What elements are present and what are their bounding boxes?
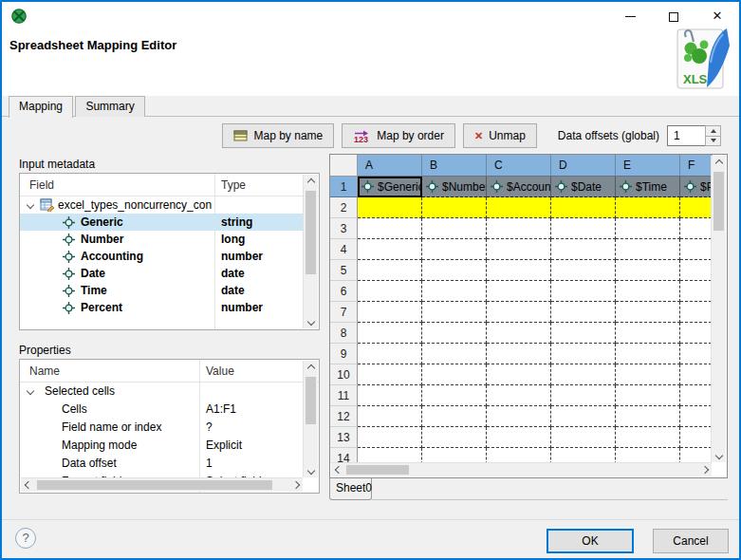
scroll-up-button[interactable] xyxy=(304,175,318,189)
grid-cell[interactable] xyxy=(680,197,713,218)
property-row-field-name-or-index[interactable]: Field name or index ? xyxy=(20,419,303,437)
grid-cell[interactable] xyxy=(680,406,713,427)
props-table-hscrollbar[interactable] xyxy=(21,477,303,492)
grid-cell[interactable] xyxy=(680,302,713,323)
help-button[interactable]: ? xyxy=(15,528,36,549)
grid-row-header[interactable]: 6 xyxy=(330,281,358,302)
grid-cell[interactable] xyxy=(551,364,616,385)
grid-cell[interactable] xyxy=(551,323,616,344)
scroll-down-button[interactable] xyxy=(304,314,318,328)
scroll-right-button[interactable] xyxy=(697,463,712,476)
field-row-accounting[interactable]: Accounting number xyxy=(20,248,303,265)
grid-cell[interactable] xyxy=(616,364,680,385)
grid-vscrollbar[interactable] xyxy=(711,156,726,462)
mapped-cell-b1[interactable]: $Number xyxy=(422,177,487,197)
mapped-cell-c1[interactable]: $Accounting xyxy=(487,177,551,197)
sheet-tab-sheet0[interactable]: Sheet0 xyxy=(329,478,372,500)
grid-cell[interactable] xyxy=(422,218,487,239)
grid-cell[interactable] xyxy=(487,385,551,406)
grid-cell[interactable] xyxy=(422,281,487,302)
grid-cell[interactable] xyxy=(551,406,616,427)
metadata-record-row[interactable]: excel_types_noncurrency_con xyxy=(20,196,303,214)
field-row-percent[interactable]: Percent number xyxy=(20,299,303,316)
grid-row-header[interactable]: 7 xyxy=(330,302,358,323)
minimize-button[interactable] xyxy=(618,6,642,27)
grid-cell[interactable] xyxy=(680,344,713,364)
grid-cell[interactable] xyxy=(680,239,713,260)
grid-row-header[interactable]: 11 xyxy=(330,385,358,406)
grid-cell[interactable] xyxy=(422,260,487,281)
chevron-down-icon[interactable] xyxy=(27,201,34,209)
column-header-a[interactable]: A xyxy=(358,155,422,177)
grid-cell[interactable] xyxy=(487,260,551,281)
grid-cell[interactable] xyxy=(487,302,551,323)
column-header-e[interactable]: E xyxy=(616,155,680,177)
grid-row-header[interactable]: 2 xyxy=(330,197,358,218)
grid-cell[interactable] xyxy=(616,385,680,406)
scroll-up-button[interactable] xyxy=(304,361,318,375)
grid-cell[interactable] xyxy=(487,427,551,448)
selected-cells-group-row[interactable]: Selected cells xyxy=(20,383,303,401)
scroll-up-button[interactable] xyxy=(712,156,726,170)
grid-cell[interactable] xyxy=(358,427,422,448)
scroll-left-button[interactable] xyxy=(21,478,35,492)
column-header-d[interactable]: D xyxy=(551,155,616,177)
scroll-left-button[interactable] xyxy=(331,463,345,476)
column-header-b[interactable]: B xyxy=(422,155,487,177)
grid-cell[interactable] xyxy=(487,364,551,385)
grid-row-header[interactable]: 10 xyxy=(330,364,358,385)
field-row-date[interactable]: Date date xyxy=(20,265,303,282)
property-row-mapping-mode[interactable]: Mapping mode Explicit xyxy=(20,437,303,455)
spinner-up-button[interactable] xyxy=(706,126,720,137)
grid-row-header[interactable]: 5 xyxy=(330,260,358,281)
grid-cell[interactable] xyxy=(551,385,616,406)
grid-cell[interactable] xyxy=(422,427,487,448)
props-table-vscrollbar[interactable] xyxy=(303,361,318,477)
field-table-vscrollbar[interactable] xyxy=(303,175,318,328)
grid-cell[interactable] xyxy=(551,427,616,448)
grid-cell[interactable] xyxy=(680,260,713,281)
grid-cell[interactable] xyxy=(616,406,680,427)
column-header-f[interactable]: F xyxy=(680,155,713,177)
grid-cell[interactable] xyxy=(422,323,487,344)
scrollbar-thumb[interactable] xyxy=(306,191,316,274)
map-by-order-button[interactable]: 123 Map by order xyxy=(342,123,455,148)
column-header-c[interactable]: C xyxy=(487,155,551,177)
grid-cell[interactable] xyxy=(616,281,680,302)
grid-cell[interactable] xyxy=(422,448,487,463)
field-row-generic[interactable]: Generic string xyxy=(20,214,303,231)
spinner-down-button[interactable] xyxy=(706,137,720,146)
scrollbar-thumb[interactable] xyxy=(713,172,724,231)
grid-row-header[interactable]: 3 xyxy=(330,218,358,239)
grid-cell[interactable] xyxy=(616,448,680,463)
grid-cell[interactable] xyxy=(616,323,680,344)
grid-row-header[interactable]: 12 xyxy=(330,406,358,427)
grid-row-header[interactable]: 9 xyxy=(330,344,358,364)
grid-hscrollbar[interactable] xyxy=(331,462,712,476)
property-row-data-offset[interactable]: Data offset 1 xyxy=(20,455,303,473)
grid-cell[interactable] xyxy=(487,448,551,463)
cancel-button[interactable]: Cancel xyxy=(653,529,729,553)
grid-cell[interactable] xyxy=(680,218,713,239)
grid-cell[interactable] xyxy=(358,239,422,260)
grid-cell[interactable] xyxy=(551,448,616,463)
grid-cell[interactable] xyxy=(422,302,487,323)
grid-cell[interactable] xyxy=(487,344,551,364)
grid-cell[interactable] xyxy=(680,364,713,385)
grid-cell[interactable] xyxy=(422,406,487,427)
unmap-button[interactable]: ✕ Unmap xyxy=(463,123,537,148)
grid-cell[interactable] xyxy=(616,302,680,323)
grid-cell[interactable] xyxy=(358,344,422,364)
scrollbar-thumb[interactable] xyxy=(346,465,409,475)
scrollbar-thumb[interactable] xyxy=(37,480,272,490)
grid-cell[interactable] xyxy=(551,197,616,218)
scroll-right-button[interactable] xyxy=(288,478,303,492)
tab-mapping[interactable]: Mapping xyxy=(9,96,73,118)
grid-cell[interactable] xyxy=(422,239,487,260)
grid-cell[interactable] xyxy=(422,385,487,406)
grid-cell[interactable] xyxy=(551,218,616,239)
grid-cell[interactable] xyxy=(358,302,422,323)
tab-summary[interactable]: Summary xyxy=(75,96,144,117)
grid-row-header[interactable]: 8 xyxy=(330,323,358,344)
grid-cell[interactable] xyxy=(680,448,713,463)
